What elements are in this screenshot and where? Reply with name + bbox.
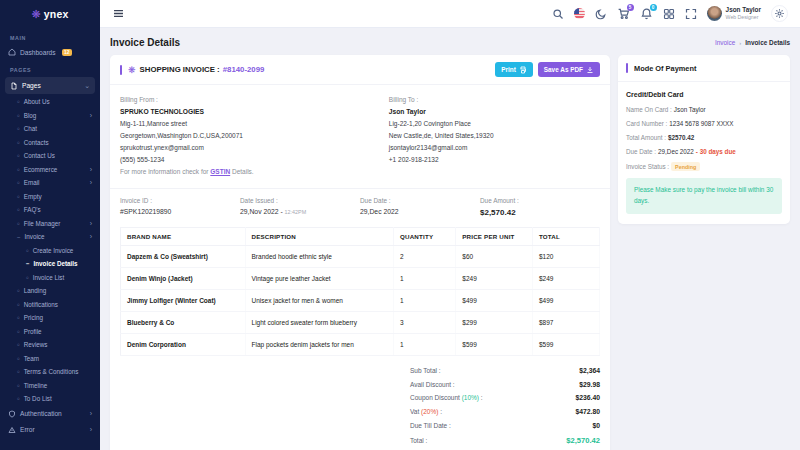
mode-of-payment-title: Mode Of Payment <box>634 64 696 73</box>
total-value: $2,570.42 <box>566 436 600 445</box>
sidebar-item-blog[interactable]: Blog› <box>0 109 100 123</box>
sidebar-item-label: Dashboards <box>20 49 56 56</box>
cell-total: $120 <box>532 246 599 268</box>
sidebar-item-terms-conditions[interactable]: Terms & Conditions <box>0 365 100 379</box>
sidebar-item-create-invoice[interactable]: Create Invoice <box>0 244 100 258</box>
cell-price: $299 <box>456 312 533 334</box>
sidebar-item-label: Landing <box>24 287 46 294</box>
language-flag-icon[interactable] <box>574 8 585 19</box>
download-icon <box>586 66 594 74</box>
cell-desc: Light colored sweater form blueberry <box>245 312 393 334</box>
notifications-count-badge: 0 <box>650 4 657 11</box>
invoice-status-label: Invoice Status : <box>626 163 669 170</box>
sidebar-item-authentication[interactable]: Authentication › <box>0 406 100 422</box>
fullscreen-icon[interactable] <box>685 8 697 20</box>
sidebar-item-label: Pricing <box>24 314 43 321</box>
invoice-totals: Sub Total : $2,364 Avail Discount : $29.… <box>410 363 600 448</box>
col-brand-name: BRAND NAME <box>121 228 246 246</box>
sidebar-item-label: Timeline <box>24 382 48 389</box>
sidebar-item-to-do-list[interactable]: To Do List <box>0 392 100 406</box>
sidebar-item-invoice-details[interactable]: Invoice Details <box>0 257 100 271</box>
sidebar-item-profile[interactable]: Profile <box>0 325 100 339</box>
sidebar-item-faqs[interactable]: FAQ's <box>0 203 100 217</box>
print-button-label: Print <box>501 66 516 73</box>
cart-icon[interactable]: 5 <box>617 7 630 20</box>
topbar: 5 0 Json Taylor Web Designer <box>100 0 800 28</box>
avatar <box>707 6 722 21</box>
chevron-down-icon: ⌄ <box>84 82 90 89</box>
sidebar-item-label: FAQ's <box>24 206 41 213</box>
user-role: Web Designer <box>726 14 761 20</box>
sidebar-item-invoice[interactable]: Invoice› <box>0 230 100 244</box>
table-row: Denim Corporation Flap pockets denim jac… <box>121 334 600 356</box>
billing-from-email: sprukotrust.ynex@gmail.com <box>120 142 389 154</box>
sidebar-item-email[interactable]: Email› <box>0 176 100 190</box>
coupon-discount-value: $236.40 <box>575 394 600 401</box>
sidebar-item-empty[interactable]: Empty <box>0 190 100 204</box>
cell-desc: Branded hoodie ethnic style <box>245 246 393 268</box>
menu-hamburger-icon[interactable] <box>112 7 125 20</box>
payment-alert: Please Make sure to pay the invoice bill… <box>626 178 782 214</box>
subtotal-row: Sub Total : $2,364 <box>410 363 600 377</box>
user-menu[interactable]: Json Taylor Web Designer <box>707 6 761 21</box>
due-amount-label: Due Amount : <box>480 197 600 204</box>
chevron-right-icon: › <box>90 179 92 186</box>
accent-bar <box>626 63 628 73</box>
notifications-bell-icon[interactable]: 0 <box>640 7 653 20</box>
col-quantity: QUANTITY <box>394 228 456 246</box>
name-on-card-value: Json Taylor <box>674 106 706 113</box>
cell-total: $897 <box>532 312 599 334</box>
sidebar-item-pricing[interactable]: Pricing <box>0 311 100 325</box>
breadcrumb-invoice-link[interactable]: Invoice <box>715 39 735 46</box>
apps-grid-icon[interactable] <box>663 8 675 20</box>
gstin-link[interactable]: GSTIN <box>210 168 230 175</box>
billing-from-label: Billing From : <box>120 94 389 106</box>
sidebar-item-about-us[interactable]: About Us <box>0 95 100 109</box>
sidebar-item-label: Invoice List <box>33 274 65 281</box>
table-row: Jimmy Lolfiger (Winter Coat) Unisex jack… <box>121 290 600 312</box>
search-icon[interactable] <box>552 8 564 20</box>
flag-union <box>574 8 579 14</box>
sidebar-item-file-manager[interactable]: File Manager› <box>0 217 100 231</box>
billing-to-name: Json Taylor <box>389 106 494 118</box>
sidebar-item-ecommerce[interactable]: Ecommerce› <box>0 163 100 177</box>
sidebar-item-contact-us[interactable]: Contact Us <box>0 149 100 163</box>
vat-label-text: Vat <box>410 408 421 415</box>
invoice-meta: Invoice ID : #SPK120219890 Date Issued :… <box>110 188 610 227</box>
sidebar-item-label: Team <box>24 355 39 362</box>
settings-gear-icon[interactable] <box>771 5 788 22</box>
sidebar-item-pages[interactable]: Pages ⌄ <box>5 77 95 94</box>
sidebar-item-notifications[interactable]: Notifications <box>0 298 100 312</box>
breadcrumb-current: Invoice Details <box>745 39 790 46</box>
sidebar-item-label: Notifications <box>24 301 58 308</box>
sidebar-item-contacts[interactable]: Contacts <box>0 136 100 150</box>
sidebar-item-landing[interactable]: Landing <box>0 284 100 298</box>
subtotal-label: Sub Total : <box>410 367 441 374</box>
sidebar-item-error[interactable]: Error › <box>0 422 100 438</box>
dashboards-count-badge: 12 <box>62 49 72 56</box>
save-as-pdf-button[interactable]: Save As PDF <box>538 62 600 77</box>
sidebar-item-label: Error <box>20 426 35 433</box>
sidebar-item-chat[interactable]: Chat <box>0 122 100 136</box>
brand-logo[interactable]: ❋ ynex <box>0 0 100 28</box>
chevron-right-icon: › <box>90 233 92 240</box>
print-button[interactable]: Print <box>495 62 533 77</box>
gstin-info-prefix: For more information check for <box>120 168 210 175</box>
due-amount-value: $2,570.42 <box>480 208 600 217</box>
name-on-card-label: Name On Card : <box>626 106 672 113</box>
dark-mode-moon-icon[interactable] <box>595 8 607 20</box>
payment-due-note: - 30 days due <box>696 148 736 155</box>
sidebar-item-timeline[interactable]: Timeline <box>0 379 100 393</box>
billing-from-info: For more information check for GSTIN Det… <box>120 166 389 178</box>
cell-qty: 1 <box>394 334 456 356</box>
pages-submenu: About Us Blog› Chat Contacts Contact Us … <box>0 95 100 406</box>
sidebar-item-reviews[interactable]: Reviews <box>0 338 100 352</box>
billing-to-label: Billing To : <box>389 94 494 106</box>
sidebar-item-team[interactable]: Team <box>0 352 100 366</box>
col-total: TOTAL <box>532 228 599 246</box>
sidebar-item-dashboards[interactable]: Dashboards 12 <box>0 44 100 60</box>
payment-due-date-value: 29,Dec 2022 <box>658 148 694 155</box>
chevron-right-icon: › <box>90 166 92 173</box>
sidebar-item-invoice-list[interactable]: Invoice List <box>0 271 100 285</box>
chevron-right-icon: › <box>90 220 92 227</box>
